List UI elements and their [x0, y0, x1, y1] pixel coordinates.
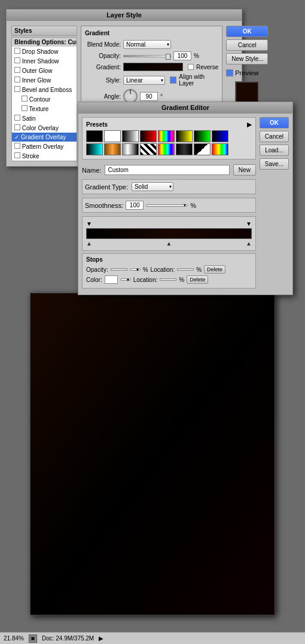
preset-copper[interactable]: [104, 143, 121, 155]
ge-load-button[interactable]: Load...: [260, 145, 289, 156]
style-blending-options[interactable]: Blending Options: Custom: [12, 38, 77, 47]
stops-opacity-arrow-icon: ▾: [136, 267, 139, 272]
gradient-label: Gradient:: [85, 64, 121, 70]
name-input[interactable]: [105, 165, 229, 175]
gradient-bar-container: ▼ ▼ ▲ ▲ ▲: [82, 216, 256, 251]
color-dropdown[interactable]: ▾: [120, 278, 131, 281]
gradient-type-select[interactable]: Solid ▾: [132, 182, 173, 191]
stop-marker-left[interactable]: ▲: [86, 240, 92, 247]
stops-color-label: Color:: [86, 277, 102, 283]
document-canvas: [30, 293, 275, 615]
stops-location-input[interactable]: [177, 268, 194, 271]
smoothness-label: Smoothness:: [85, 202, 123, 209]
preset-chrome[interactable]: [122, 143, 139, 155]
smoothness-input[interactable]: 100: [126, 201, 144, 210]
ok-button[interactable]: OK: [226, 26, 268, 37]
stops-delete-button[interactable]: Delete: [204, 265, 225, 274]
preset-extra1[interactable]: [194, 143, 211, 155]
blend-mode-row: Blend Mode: Normal ▾: [85, 40, 218, 49]
preset-rainbow[interactable]: [158, 143, 175, 155]
style-outer-glow[interactable]: Outer Glow: [12, 66, 77, 75]
ge-cancel-button[interactable]: Cancel: [260, 131, 289, 142]
align-layer-checkbox[interactable]: [170, 76, 176, 84]
color-swatch[interactable]: [105, 275, 118, 284]
preset-blue[interactable]: [212, 130, 228, 142]
gradient-section-title: Gradient: [85, 30, 218, 36]
style-gradient-overlay[interactable]: ✓ Gradient Overlay: [12, 133, 77, 142]
gradient-type-arrow-icon: ▾: [169, 184, 172, 189]
stops-location-percent: %: [196, 266, 202, 273]
stops-opacity-label: Opacity:: [86, 266, 108, 273]
stop-arrow-right[interactable]: ▼: [246, 220, 252, 227]
style-bevel-emboss[interactable]: Bevel and Emboss: [12, 85, 77, 94]
stops-section: Stops Opacity: ▾ % Location: % Delete Co…: [82, 253, 256, 289]
style-inner-shadow[interactable]: Inner Shadow: [12, 56, 77, 66]
blend-mode-select[interactable]: Normal ▾: [123, 40, 171, 49]
gradient-row: Gradient: Reverse: [85, 63, 218, 71]
align-layer-label: Align with Layer: [179, 73, 218, 87]
preset-cyan[interactable]: [86, 143, 103, 155]
angle-degree: °: [160, 93, 163, 100]
opacity-percent: %: [194, 53, 199, 59]
reverse-label: Reverse: [196, 64, 218, 70]
preset-dark[interactable]: [176, 143, 193, 155]
gradient-editor-main: Presets ▶: [82, 117, 256, 291]
smoothness-dropdown[interactable]: ▾: [146, 204, 188, 207]
cancel-button[interactable]: Cancel: [226, 39, 268, 51]
preset-stripe[interactable]: [140, 143, 157, 155]
presets-section: Presets ▶: [82, 117, 256, 160]
preset-black[interactable]: [86, 130, 103, 142]
ge-ok-button[interactable]: OK: [260, 117, 289, 128]
presets-title: Presets ▶: [86, 121, 252, 128]
preview-row: Preview: [226, 69, 268, 76]
reverse-checkbox[interactable]: [188, 64, 194, 70]
opacity-slider[interactable]: [123, 55, 171, 57]
gradient-type-row: Gradient Type: Solid ▾: [82, 179, 256, 194]
preset-white[interactable]: [104, 130, 121, 142]
ge-buttons: OK Cancel Load... Save...: [260, 117, 289, 291]
presets-grid: [86, 130, 252, 155]
style-contour[interactable]: Contour: [12, 94, 77, 104]
style-stroke[interactable]: Stroke: [12, 151, 77, 161]
zoom-level: 21.84%: [4, 635, 24, 642]
gradient-stops-top: ▼ ▼: [86, 220, 252, 227]
style-select[interactable]: Linear ▾: [123, 76, 165, 85]
style-inner-glow[interactable]: Inner Glow: [12, 75, 77, 85]
style-texture[interactable]: Texture: [12, 104, 77, 114]
style-drop-shadow[interactable]: Drop Shadow: [12, 47, 77, 56]
stops-opacity-input[interactable]: [111, 268, 127, 271]
stop-arrow-left[interactable]: ▼: [86, 220, 92, 227]
presets-menu-icon[interactable]: ▶: [247, 121, 252, 128]
color-location-input[interactable]: [160, 278, 176, 281]
color-delete-button[interactable]: Delete: [187, 275, 208, 284]
preset-bw[interactable]: [122, 130, 139, 142]
stops-title: Stops: [86, 256, 252, 263]
new-gradient-button[interactable]: New: [233, 164, 256, 176]
opacity-stops-row: Opacity: ▾ % Location: % Delete: [86, 265, 252, 274]
preset-red[interactable]: [140, 130, 157, 142]
preset-extra2[interactable]: [212, 143, 228, 155]
stop-marker-mid[interactable]: ▲: [166, 240, 172, 247]
stops-opacity-percent: %: [143, 266, 148, 273]
stop-marker-right[interactable]: ▲: [246, 240, 252, 247]
style-color-overlay[interactable]: Color Overlay: [12, 123, 77, 133]
ge-save-button[interactable]: Save...: [260, 158, 289, 170]
angle-input[interactable]: 90: [140, 92, 158, 101]
status-bar: 21.84% ▣ Doc: 24.9M/375.2M ▶: [0, 632, 305, 644]
style-pattern-overlay[interactable]: Pattern Overlay: [12, 142, 77, 151]
gradient-preview[interactable]: [123, 63, 183, 71]
gradient-editor-dialog: Gradient Editor Presets ▶: [78, 102, 293, 295]
opacity-input[interactable]: 100: [173, 51, 191, 60]
preset-multi[interactable]: [158, 130, 175, 142]
gradient-bar-main[interactable]: [86, 228, 252, 239]
stops-opacity-dropdown[interactable]: ▾: [130, 268, 141, 271]
smoothness-row: Smoothness: 100 ▾ %: [82, 198, 256, 213]
style-satin[interactable]: Satin: [12, 114, 77, 123]
presets-row-2: [86, 143, 252, 155]
preset-yellow[interactable]: [176, 130, 193, 142]
preset-green[interactable]: [194, 130, 211, 142]
new-style-button[interactable]: New Style...: [226, 53, 268, 65]
gradient-stops-bottom: ▲ ▲ ▲: [86, 240, 252, 247]
preview-checkbox[interactable]: [226, 69, 233, 76]
opacity-thumb[interactable]: [166, 54, 170, 60]
